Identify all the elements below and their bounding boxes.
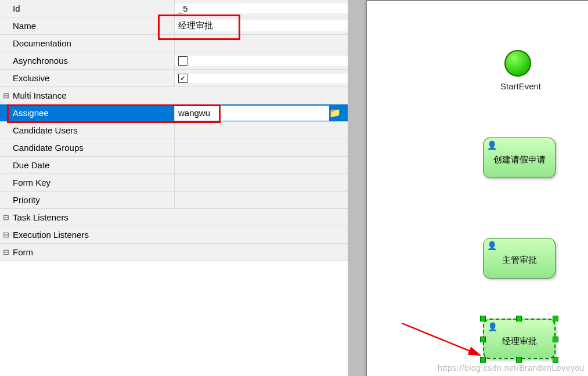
prop-row-name[interactable]: Name 经理审批 <box>0 17 348 35</box>
prop-value-asynchronous[interactable] <box>175 56 348 66</box>
task-label: 创建请假申请 <box>484 154 555 165</box>
watermark-text: https://blog.csdn.net/BrandenLoveyou <box>438 363 585 373</box>
prop-label-asynchronous: Asynchronous <box>12 56 174 66</box>
resize-handle[interactable] <box>516 357 522 363</box>
task-node-create[interactable]: 👤 创建请假申请 <box>483 138 555 178</box>
user-task-icon: 👤 <box>488 322 497 331</box>
task-label: 主管审批 <box>484 255 555 266</box>
resize-handle[interactable] <box>553 337 558 342</box>
prop-row-form[interactable]: ⊟ Form <box>0 244 348 261</box>
prop-row-form-key[interactable]: Form Key <box>0 174 348 191</box>
prop-row-candidate-groups[interactable]: Candidate Groups <box>0 139 348 157</box>
resize-handle[interactable] <box>553 316 558 321</box>
prop-label-form: Form <box>12 247 337 257</box>
prop-row-exclusive[interactable]: Exclusive ✓ <box>0 70 348 87</box>
prop-label-id: Id <box>12 3 174 13</box>
prop-label-task-listeners: Task Listeners <box>12 212 337 222</box>
prop-label-cand-users: Candidate Users <box>12 125 174 135</box>
prop-label-assignee: Assignee <box>12 108 174 118</box>
task-node-supervisor[interactable]: 👤 主管审批 <box>483 238 555 279</box>
task-label: 经理审批 <box>484 336 554 347</box>
collapse-icon[interactable]: ⊟ <box>0 214 12 222</box>
prop-row-candidate-users[interactable]: Candidate Users <box>0 122 348 139</box>
user-task-icon: 👤 <box>487 140 497 150</box>
prop-row-priority[interactable]: Priority <box>0 191 348 209</box>
prop-row-multi-instance[interactable]: ⊞ Multi Instance <box>0 87 348 104</box>
prop-value-name[interactable]: 经理审批 <box>175 20 348 31</box>
prop-label-name: Name <box>12 21 174 31</box>
prop-label-exclusive: Exclusive <box>12 73 174 83</box>
assignee-input[interactable] <box>175 106 329 121</box>
checkbox-asynchronous[interactable] <box>178 56 187 66</box>
prop-label-priority: Priority <box>12 195 174 205</box>
prop-row-task-listeners[interactable]: ⊟ Task Listeners <box>0 209 348 226</box>
checkbox-exclusive[interactable]: ✓ <box>178 74 187 83</box>
prop-label-exec-listeners: Execution Listeners <box>12 230 337 240</box>
prop-row-due-date[interactable]: Due Date <box>0 157 348 174</box>
start-event-node[interactable] <box>504 50 531 77</box>
prop-row-execution-listeners[interactable]: ⊟ Execution Listeners <box>0 226 348 244</box>
prop-row-assignee[interactable]: Assignee 📁 <box>0 104 348 122</box>
property-grid: Id _5 Name 经理审批 Documentation Asynchrono… <box>0 0 348 261</box>
prop-label-cand-groups: Candidate Groups <box>12 143 174 153</box>
folder-icon[interactable]: 📁 <box>329 107 343 118</box>
resize-handle[interactable] <box>553 357 558 363</box>
user-task-icon: 👤 <box>487 241 497 250</box>
prop-value-assignee[interactable] <box>175 106 329 121</box>
prop-label-multi: Multi Instance <box>12 91 337 100</box>
prop-row-documentation[interactable]: Documentation <box>0 35 348 52</box>
property-panel: Id _5 Name 经理审批 Documentation Asynchrono… <box>0 0 348 376</box>
start-event-label: StartEvent <box>489 81 553 91</box>
prop-label-due-date: Due Date <box>12 160 174 170</box>
prop-value-exclusive[interactable]: ✓ <box>175 74 348 83</box>
prop-label-documentation: Documentation <box>12 38 174 48</box>
prop-label-form-key: Form Key <box>12 178 174 187</box>
prop-row-asynchronous[interactable]: Asynchronous <box>0 52 348 70</box>
resize-handle[interactable] <box>480 316 486 321</box>
property-panel-empty <box>0 261 348 376</box>
diagram-page[interactable]: StartEvent 👤 创建请假申请 👤 主管审批 👤 经理审批 <box>366 0 588 376</box>
collapse-icon[interactable]: ⊟ <box>0 231 12 239</box>
expand-icon[interactable]: ⊞ <box>0 92 12 100</box>
diagram-canvas[interactable]: StartEvent 👤 创建请假申请 👤 主管审批 👤 经理审批 <box>348 0 588 376</box>
svg-line-0 <box>402 323 480 355</box>
collapse-icon[interactable]: ⊟ <box>0 248 12 256</box>
prop-value-id[interactable]: _5 <box>175 3 348 13</box>
prop-row-id[interactable]: Id _5 <box>0 0 348 17</box>
resize-handle[interactable] <box>516 316 522 321</box>
task-node-manager[interactable]: 👤 经理审批 <box>483 319 555 359</box>
annotation-arrow <box>402 323 489 370</box>
